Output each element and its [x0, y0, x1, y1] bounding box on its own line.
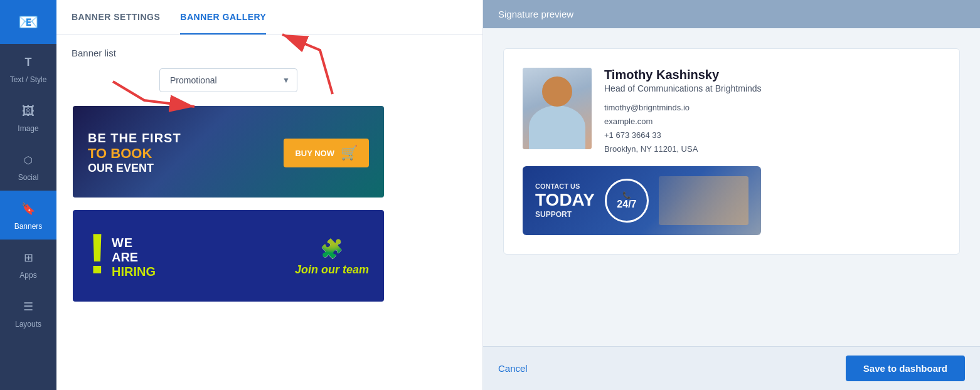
- sig-info: Timothy Kashinsky Head of Communications…: [604, 68, 762, 156]
- banner2-text: WE ARE HIRING: [112, 236, 156, 279]
- sig-title: Head of Communications at Brightminds: [604, 83, 762, 93]
- tab-banner-settings[interactable]: BANNER SETTINGS: [72, 1, 160, 34]
- sig-address: Brooklyn, NY 11201, USA: [604, 142, 762, 156]
- sig-banner-photo: [659, 176, 748, 225]
- sig-banner-today: TODAY: [535, 190, 595, 210]
- sig-banner-contact: CONTACT US: [535, 182, 595, 190]
- banner1-item[interactable]: BE THE FIRST TO BOOK OUR EVENT BUY NOW 🛒: [72, 105, 385, 199]
- sidebar-item-label: Text / Style: [10, 75, 47, 84]
- person-body: [529, 105, 585, 149]
- sidebar-item-apps[interactable]: ⊞ Apps: [0, 240, 56, 288]
- sig-banner-circle: 📞 24/7: [605, 179, 649, 223]
- banner2-line1: WE: [112, 236, 156, 250]
- sidebar-item-label: Banners: [14, 222, 43, 231]
- logo-icon: 📧: [18, 13, 38, 32]
- category-dropdown[interactable]: Promotional: [159, 68, 297, 92]
- preview-header: Signature preview: [483, 0, 980, 28]
- sidebar-item-text-style[interactable]: T Text / Style: [0, 44, 56, 93]
- banner2-line3: HIRING: [112, 265, 156, 279]
- banner-list-label: Banner list: [72, 48, 467, 58]
- main-panel: BANNER SETTINGS BANNER GALLERY Banner li…: [56, 0, 483, 390]
- banners-icon: 🔖: [19, 199, 38, 218]
- sidebar-item-label: Social: [18, 173, 39, 182]
- sidebar-item-label: Image: [18, 124, 38, 133]
- sidebar-item-label: Apps: [19, 271, 36, 280]
- banner1-cta-label: BUY NOW: [295, 149, 334, 158]
- sidebar: 📧 T Text / Style 🖼 Image ⬡ Social 🔖 Bann…: [0, 0, 56, 390]
- preview-title: Signature preview: [498, 9, 573, 19]
- banner1-line3: OUR EVENT: [88, 162, 181, 175]
- content-area: Banner list Promotional ▼ BE THE FIRST T…: [56, 35, 482, 390]
- banner2-item[interactable]: ! WE ARE HIRING 🧩 Join our team: [72, 209, 385, 303]
- sig-banner-247: 24/7: [617, 199, 636, 210]
- sig-email: timothy@brigntminds.io: [604, 101, 762, 115]
- social-icon: ⬡: [19, 150, 38, 169]
- save-dashboard-button[interactable]: Save to dashboard: [846, 356, 965, 381]
- dropdown-value: Promotional: [170, 75, 217, 85]
- avatar: [523, 68, 592, 149]
- layouts-icon: ☰: [19, 297, 38, 316]
- sig-banner-text: CONTACT US TODAY SUPPORT: [535, 182, 595, 219]
- sig-details: timothy@brigntminds.io example.com +1 67…: [604, 101, 762, 156]
- signature-preview-card: Timothy Kashinsky Head of Communications…: [503, 48, 960, 255]
- preview-panel: Signature preview Timothy Kashinsky H: [483, 0, 980, 390]
- sidebar-logo[interactable]: 📧: [0, 0, 56, 44]
- puzzle-icon: 🧩: [320, 238, 343, 260]
- sig-phone: +1 673 3664 33: [604, 129, 762, 142]
- sig-banner: CONTACT US TODAY SUPPORT 📞 24/7: [523, 166, 761, 235]
- banner2-line2: ARE: [112, 250, 156, 265]
- banner1-cta-area: BUY NOW 🛒: [284, 139, 369, 167]
- footer-bar: Cancel Save to dashboard: [483, 346, 980, 390]
- sig-banner-support: SUPPORT: [535, 210, 595, 219]
- signature-top: Timothy Kashinsky Head of Communications…: [523, 68, 940, 156]
- image-icon: 🖼: [19, 102, 38, 120]
- sig-banner-image: [659, 176, 748, 225]
- sig-website: example.com: [604, 115, 762, 129]
- banner1-text: BE THE FIRST TO BOOK OUR EVENT: [88, 131, 181, 175]
- banner1-cta-button[interactable]: BUY NOW 🛒: [284, 139, 369, 167]
- sidebar-item-layouts[interactable]: ☰ Layouts: [0, 288, 56, 337]
- cart-icon: 🛒: [341, 145, 358, 161]
- sidebar-item-image[interactable]: 🖼 Image: [0, 93, 56, 142]
- sig-name: Timothy Kashinsky: [604, 68, 762, 82]
- preview-body: Timothy Kashinsky Head of Communications…: [483, 28, 980, 346]
- banner1-line2: TO BOOK: [88, 145, 181, 162]
- sidebar-item-social[interactable]: ⬡ Social: [0, 142, 56, 191]
- banner1-line1: BE THE FIRST: [88, 131, 181, 145]
- banner1-content: BE THE FIRST TO BOOK OUR EVENT BUY NOW 🛒: [73, 106, 384, 199]
- person-head: [542, 76, 572, 107]
- exclamation-mark: !: [88, 226, 107, 282]
- banner2-right: 🧩 Join our team: [295, 238, 369, 277]
- signature-card: Timothy Kashinsky Head of Communications…: [523, 68, 940, 235]
- apps-icon: ⊞: [19, 248, 38, 267]
- text-style-icon: T: [19, 53, 38, 71]
- tab-banner-gallery[interactable]: BANNER GALLERY: [180, 1, 266, 34]
- tabs: BANNER SETTINGS BANNER GALLERY: [56, 0, 482, 35]
- banner2-cta-label: Join our team: [295, 263, 369, 277]
- phone-icon-circle: 📞: [622, 192, 631, 199]
- category-dropdown-wrapper: Promotional ▼: [159, 68, 297, 92]
- cancel-button[interactable]: Cancel: [498, 363, 528, 374]
- sidebar-item-label: Layouts: [15, 320, 41, 329]
- sidebar-item-banners[interactable]: 🔖 Banners: [0, 191, 56, 240]
- banner2-left: ! WE ARE HIRING: [88, 232, 156, 282]
- banner2-content: ! WE ARE HIRING 🧩 Join our team: [73, 210, 384, 303]
